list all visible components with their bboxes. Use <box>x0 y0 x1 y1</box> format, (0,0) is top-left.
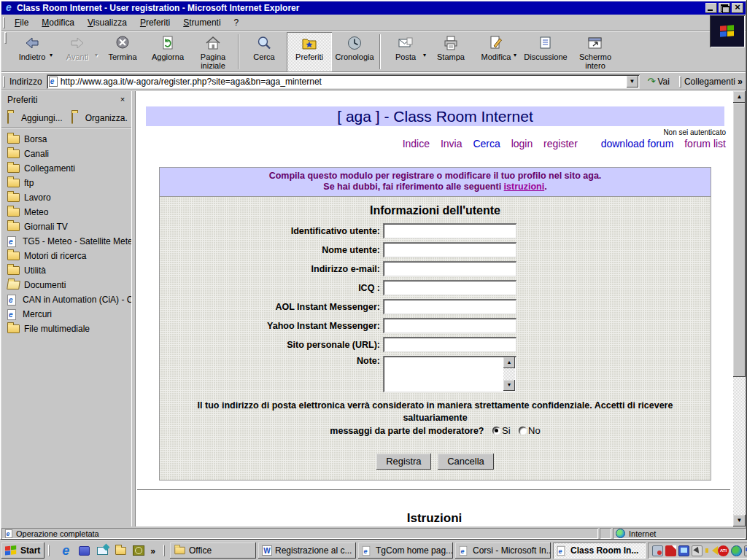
scroll-up-icon[interactable]: ▲ <box>733 91 746 103</box>
task-registrazione[interactable]: W Registrazione al c... <box>258 542 356 559</box>
start-button[interactable]: Start <box>1 542 44 559</box>
title-bar[interactable]: e Class Room Internet - User registratio… <box>1 1 746 15</box>
favorite-item-collegamenti[interactable]: Collegamenti <box>1 161 131 176</box>
mouse-tray-icon[interactable] <box>692 545 703 556</box>
favorite-item-ftp[interactable]: ftp <box>1 176 131 190</box>
address-drag-handle[interactable] <box>3 76 5 88</box>
chevron-down-icon[interactable]: ▾ <box>514 51 516 60</box>
favorite-item-giornali-tv[interactable]: Giornali TV <box>1 219 131 234</box>
search-button[interactable]: Cerca <box>241 32 287 71</box>
menu-preferiti[interactable]: Preferiti <box>133 15 177 30</box>
radio-no[interactable] <box>519 427 527 435</box>
network-computers-icon[interactable] <box>744 545 747 556</box>
favorite-item-tg5-meteo[interactable]: TG5 - Meteo - Satellite Meteo... <box>1 234 131 249</box>
scrollbar-track[interactable] <box>733 377 746 515</box>
address-dropdown-icon[interactable]: ▼ <box>627 76 638 88</box>
add-favorite-button[interactable]: Aggiungi... <box>6 112 64 125</box>
note-scrollbar[interactable]: ▲ ▼ <box>503 357 515 391</box>
tasks-drag-handle[interactable] <box>163 545 165 556</box>
chevron-down-icon[interactable]: ▾ <box>50 51 53 60</box>
favorite-item-meteo[interactable]: Meteo <box>1 205 131 219</box>
network-globe-icon[interactable] <box>731 545 742 556</box>
favorite-item-file-multimediale[interactable]: File multimediale <box>1 322 131 336</box>
favorite-item-can-in-automation[interactable]: CAN in Automation (CiA) - Co... <box>1 292 131 307</box>
registra-button[interactable]: Registra <box>376 454 430 470</box>
favorite-item-mercuri[interactable]: Mercuri <box>1 307 131 322</box>
menu-modifica[interactable]: Modifica <box>35 15 81 30</box>
ie-launch-icon[interactable]: e <box>59 544 72 557</box>
scroll-up-icon[interactable]: ▲ <box>503 357 515 368</box>
scrollbar-thumb[interactable] <box>733 103 746 377</box>
nome-utente-input[interactable] <box>383 242 516 257</box>
task-tgcom[interactable]: TgCom home pag... <box>358 542 453 559</box>
close-button[interactable] <box>732 3 743 13</box>
favorite-item-lavoro[interactable]: Lavoro <box>1 190 131 205</box>
forward-button[interactable]: Avanti ▾ <box>55 32 100 71</box>
scheduler-tray-icon[interactable] <box>652 545 663 556</box>
scroll-down-icon[interactable]: ▼ <box>503 380 515 391</box>
favorite-item-utilita[interactable]: Utilità <box>1 263 131 278</box>
email-input[interactable] <box>383 261 516 276</box>
menu-drag-handle[interactable] <box>3 17 5 28</box>
icq-input[interactable] <box>383 280 516 295</box>
favorite-item-documenti[interactable]: Documenti <box>1 278 131 292</box>
vertical-scrollbar[interactable]: ▲ ▼ <box>733 91 746 526</box>
folder-launch-icon[interactable] <box>114 544 127 557</box>
discussion-button[interactable]: Discussione <box>519 32 573 71</box>
menu-visualizza[interactable]: Visualizza <box>81 15 133 30</box>
nav-link-register[interactable]: register <box>543 138 578 149</box>
task-corsi[interactable]: Corsi - Microsoft In... <box>455 542 551 559</box>
history-button[interactable]: Cronologia <box>332 32 377 71</box>
favorites-button[interactable]: Preferiti <box>287 32 332 71</box>
organize-favorites-button[interactable]: Organizza. <box>70 112 129 125</box>
mail-button[interactable]: Posta ▾ <box>383 32 428 71</box>
nav-link-indice[interactable]: Indice <box>403 138 430 149</box>
istruzioni-link[interactable]: istruzioni <box>504 182 545 192</box>
toolbar-drag-handle[interactable] <box>4 32 7 44</box>
scheduler-icon[interactable] <box>132 544 145 557</box>
volume-icon[interactable] <box>705 545 716 556</box>
sito-personale-input[interactable] <box>383 337 516 352</box>
pdf-tray-icon[interactable] <box>665 545 676 556</box>
scroll-down-icon[interactable]: ▼ <box>733 515 746 526</box>
outlook-express-icon[interactable] <box>96 544 109 557</box>
quicklaunch-drag-handle[interactable] <box>48 545 50 556</box>
edit-button[interactable]: Modifica ▾ <box>473 32 519 71</box>
menu-strumenti[interactable]: Strumenti <box>177 15 227 30</box>
note-textarea[interactable]: ▲ ▼ <box>383 356 516 392</box>
nav-link-download-forum[interactable]: download forum <box>601 138 674 149</box>
favorite-item-motori-di-ricerca[interactable]: Motori di ricerca <box>1 249 131 263</box>
address-input[interactable]: http://www.aga.it/w-agora/register.php?s… <box>47 74 640 89</box>
chevron-more-icon[interactable] <box>738 77 743 87</box>
yahoo-messenger-input[interactable] <box>383 318 516 333</box>
go-button[interactable]: ↷ Vai <box>643 74 675 88</box>
menu-help[interactable]: ? <box>228 15 246 30</box>
nav-link-cerca[interactable]: Cerca <box>473 138 500 149</box>
nav-link-invia[interactable]: Invia <box>441 138 462 149</box>
radio-si[interactable] <box>492 427 500 435</box>
identificativo-utente-input[interactable] <box>383 223 516 238</box>
restore-button[interactable] <box>719 3 730 13</box>
back-button[interactable]: Indietro ▾ <box>9 32 55 71</box>
favorite-item-canali[interactable]: Canali <box>1 147 131 161</box>
home-button[interactable]: Pagina iniziale <box>190 32 236 71</box>
ati-tray-icon[interactable]: ATI <box>718 545 729 556</box>
close-favorites-icon[interactable]: × <box>117 95 128 105</box>
stop-button[interactable]: Termina <box>100 32 145 71</box>
links-bar[interactable]: Collegamenti <box>684 77 746 87</box>
print-button[interactable]: Stampa <box>428 32 473 71</box>
display-settings-icon[interactable] <box>678 545 689 556</box>
task-class-room[interactable]: Class Room In... <box>553 542 646 559</box>
fullscreen-button[interactable]: Schermo intero <box>573 32 618 71</box>
channels-icon[interactable] <box>77 544 90 557</box>
chevron-more-icon[interactable] <box>150 544 155 557</box>
links-drag-handle[interactable] <box>679 76 681 88</box>
minimize-button[interactable] <box>705 3 717 13</box>
task-office[interactable]: Office <box>170 542 256 559</box>
aol-messenger-input[interactable] <box>383 299 516 314</box>
chevron-down-icon[interactable]: ▾ <box>423 51 426 60</box>
cancella-button[interactable]: Cancella <box>438 454 494 470</box>
menu-file[interactable]: File <box>8 15 35 30</box>
nav-link-login[interactable]: login <box>511 138 533 149</box>
refresh-button[interactable]: Aggiorna <box>145 32 190 71</box>
